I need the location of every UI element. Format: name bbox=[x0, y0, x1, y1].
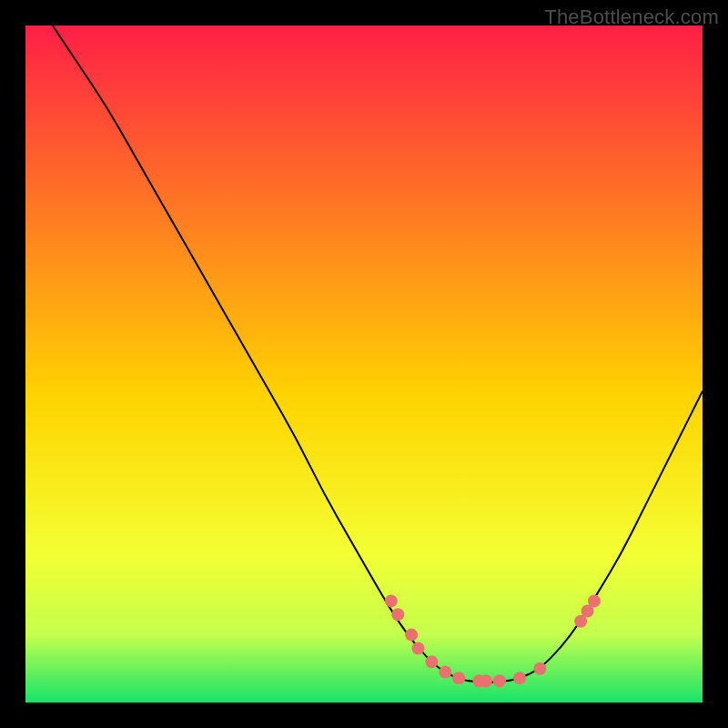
data-marker bbox=[588, 594, 601, 607]
data-marker bbox=[533, 662, 546, 675]
data-marker bbox=[405, 629, 418, 642]
data-marker bbox=[425, 655, 438, 668]
chart-frame: TheBottleneck.com bbox=[0, 0, 728, 728]
data-marker bbox=[513, 672, 526, 684]
chart-svg bbox=[25, 25, 703, 703]
data-marker bbox=[391, 608, 404, 621]
data-marker bbox=[412, 642, 425, 654]
data-marker bbox=[439, 666, 451, 679]
plot-area bbox=[25, 25, 703, 703]
data-marker bbox=[493, 674, 506, 687]
gradient-background bbox=[25, 25, 703, 703]
data-marker bbox=[385, 594, 398, 607]
data-marker bbox=[452, 672, 465, 684]
data-marker bbox=[480, 674, 492, 687]
